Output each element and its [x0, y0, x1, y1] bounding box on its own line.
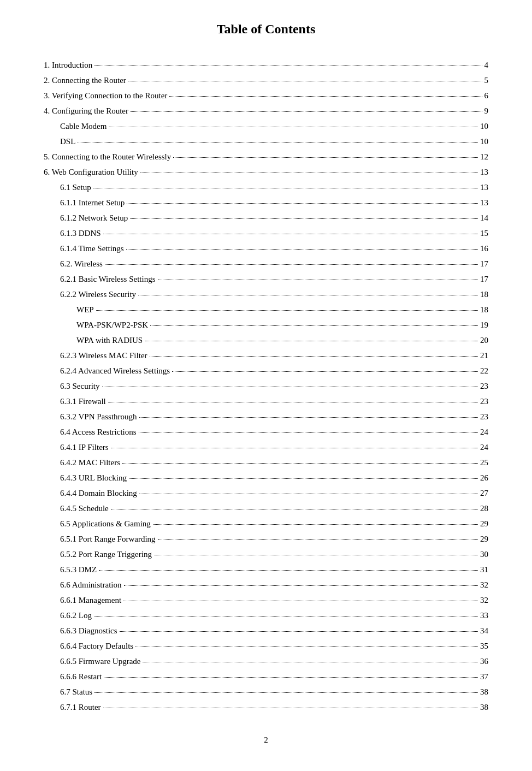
toc-label: 6.3.2 VPN Passthrough — [44, 410, 137, 423]
toc-item: 6.5.3 DMZ31 — [44, 563, 488, 576]
toc-dots — [154, 555, 478, 555]
toc-item: 6.6.1 Management32 — [44, 594, 488, 607]
toc-page-number: 29 — [480, 517, 488, 530]
toc-page-number: 23 — [480, 395, 488, 408]
toc-label: 6.3 Security — [44, 379, 100, 393]
toc-dots — [139, 494, 478, 494]
toc-dots — [111, 448, 478, 448]
toc-item: 6.3 Security23 — [44, 379, 488, 393]
toc-dots — [93, 188, 478, 188]
toc-page-number: 38 — [480, 685, 488, 698]
toc-item: 1. Introduction4 — [44, 58, 488, 72]
toc-page-number: 21 — [480, 349, 488, 362]
toc-dots — [96, 310, 478, 311]
toc-label: 1. Introduction — [44, 58, 92, 72]
toc-item: WPA with RADIUS20 — [44, 334, 488, 347]
toc-label: 6.6.3 Diagnostics — [44, 624, 117, 637]
toc-label: 6.7.1 Router — [44, 701, 101, 714]
toc-item: 6.4.4 Domain Blocking27 — [44, 487, 488, 500]
toc-dots — [158, 539, 478, 540]
toc-dots — [120, 631, 478, 632]
toc-label: 6.4.2 MAC Filters — [44, 456, 120, 469]
toc-label: 6.1.3 DDNS — [44, 227, 101, 240]
toc-page-number: 29 — [480, 532, 488, 545]
toc-label: 6.5 Applications & Gaming — [44, 517, 151, 530]
toc-item: 6.2.4 Advanced Wireless Settings22 — [44, 364, 488, 377]
toc-page-number: 9 — [484, 104, 489, 117]
toc-page-number: 26 — [480, 471, 488, 484]
toc-dots — [105, 264, 478, 265]
toc-label: 5. Connecting to the Router Wirelessly — [44, 150, 171, 163]
toc-item: 6.7 Status38 — [44, 685, 488, 698]
toc-dots — [153, 524, 478, 525]
toc-page-number: 32 — [480, 594, 488, 607]
toc-item: 6.2.3 Wireless MAC Filter21 — [44, 349, 488, 362]
page-footer: 2 — [44, 736, 488, 745]
toc-item: 6.1 Setup13 — [44, 181, 488, 194]
toc-label: WPA with RADIUS — [44, 334, 143, 347]
toc-label: WPA-PSK/WP2-PSK — [44, 318, 148, 331]
toc-dots — [99, 570, 478, 571]
toc-page-number: 28 — [480, 502, 488, 515]
toc-item: 6.1.2 Network Setup14 — [44, 211, 488, 224]
toc-page-number: 10 — [480, 135, 488, 148]
toc-page-number: 14 — [480, 211, 488, 224]
toc-item: WPA-PSK/WP2-PSK19 — [44, 318, 488, 331]
toc-item: 6.1.4 Time Settings16 — [44, 242, 488, 255]
toc-label: Cable Modem — [44, 120, 107, 133]
toc-page-number: 4 — [484, 58, 489, 72]
toc-dots — [124, 585, 478, 586]
toc-page-number: 13 — [480, 165, 488, 179]
toc-label: 6.2.2 Wireless Security — [44, 288, 136, 301]
toc-dots — [150, 325, 478, 326]
toc-page-number: 32 — [480, 578, 488, 591]
toc-page-number: 37 — [480, 670, 488, 683]
page-title: Table of Contents — [44, 22, 488, 37]
toc-page-number: 17 — [480, 272, 488, 286]
toc-dots — [130, 218, 478, 219]
toc-page-number: 36 — [480, 655, 488, 668]
toc-dots — [123, 601, 478, 601]
toc-item: 6.2. Wireless17 — [44, 257, 488, 270]
toc-item: 5. Connecting to the Router Wirelessly12 — [44, 150, 488, 163]
toc-dots — [172, 371, 478, 372]
toc-page-number: 18 — [480, 303, 488, 316]
toc-label: DSL — [44, 135, 75, 148]
toc-label: 6.6.6 Restart — [44, 670, 102, 683]
toc-item: 6.5 Applications & Gaming29 — [44, 517, 488, 530]
toc-dots — [104, 677, 478, 678]
toc-item: 6.2.2 Wireless Security18 — [44, 288, 488, 301]
toc-label: 6.6.4 Factory Defaults — [44, 639, 133, 653]
toc-label: 6.4.5 Schedule — [44, 502, 109, 515]
toc-item: DSL10 — [44, 135, 488, 148]
toc-label: 6.4.3 URL Blocking — [44, 471, 127, 484]
toc-dots — [140, 173, 478, 173]
toc-page-number: 13 — [480, 181, 488, 194]
toc-item: 6.6 Administration32 — [44, 578, 488, 591]
toc-dots — [94, 66, 482, 66]
toc-page-number: 27 — [480, 487, 488, 500]
toc-label: 6.5.1 Port Range Forwarding — [44, 532, 156, 545]
toc-dots — [111, 509, 478, 509]
toc-dots — [139, 432, 478, 433]
toc-dots — [78, 142, 478, 143]
toc-page-number: 18 — [480, 288, 488, 301]
toc-item: 4. Configuring the Router9 — [44, 104, 488, 117]
toc-page-number: 16 — [480, 242, 488, 255]
toc-item: 6.2.1 Basic Wireless Settings17 — [44, 272, 488, 286]
toc-label: 4. Configuring the Router — [44, 104, 128, 117]
toc-label: 6. Web Configuration Utility — [44, 165, 138, 179]
toc-item: Cable Modem10 — [44, 120, 488, 133]
toc-label: 6.6.1 Management — [44, 594, 121, 607]
toc-page-number: 24 — [480, 425, 488, 438]
toc-label: 6.5.2 Port Range Triggering — [44, 548, 152, 561]
toc-page-number: 35 — [480, 639, 488, 653]
toc-item: 6.7.1 Router38 — [44, 701, 488, 714]
toc-dots — [103, 234, 478, 234]
toc-item: 6.5.2 Port Range Triggering30 — [44, 548, 488, 561]
toc-dots — [173, 157, 478, 158]
toc-page-number: 15 — [480, 227, 488, 240]
toc-label: 6.4 Access Restrictions — [44, 425, 137, 438]
toc-item: 6.3.1 Firewall23 — [44, 395, 488, 408]
toc-page-number: 5 — [484, 74, 489, 87]
